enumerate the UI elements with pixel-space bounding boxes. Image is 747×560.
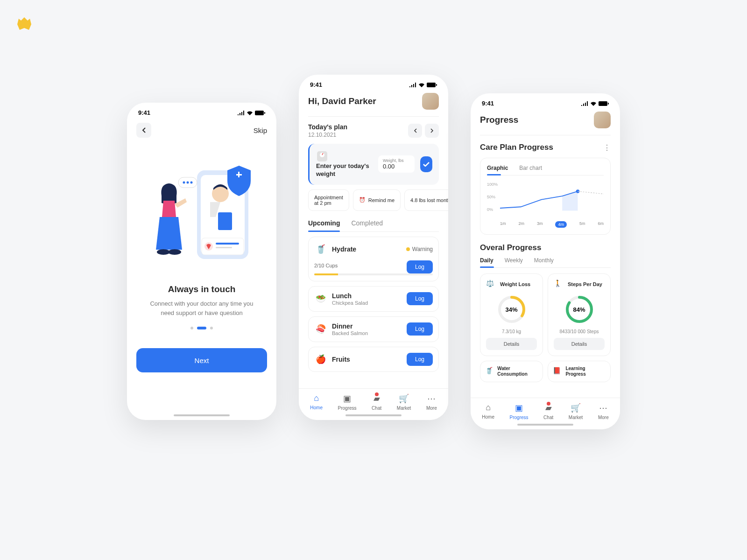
svg-rect-24	[599, 101, 607, 106]
scale-icon: ⚖️	[486, 280, 496, 290]
progress-text: 2/10 Cups	[314, 263, 338, 268]
nav-home[interactable]: ⌂Home	[482, 403, 494, 420]
progress-bar	[314, 273, 433, 275]
metric-water[interactable]: 🥤 Water Consumption	[480, 361, 543, 382]
svg-rect-8	[218, 212, 232, 230]
metric-weight-loss: ⚖️ Weight Loss 34% 7.3/10 kg Details	[480, 273, 543, 356]
skip-button[interactable]: Skip	[254, 126, 267, 134]
home-indicator	[174, 414, 230, 416]
fish-icon: 🍣	[314, 322, 327, 336]
back-button[interactable]	[136, 123, 151, 138]
tab-completed[interactable]: Completed	[351, 219, 383, 231]
prev-day-button[interactable]	[408, 124, 422, 138]
home-screen: 9:41 Hi, David Parker Today's plan 12.10…	[299, 75, 448, 420]
lost-chip: 4.8 lbs lost month	[404, 189, 448, 211]
task-card-lunch: 🥗 Lunch Chickpea Salad Log	[308, 286, 439, 312]
water-icon: 🥤	[485, 367, 493, 376]
home-indicator	[517, 424, 573, 426]
battery-icon	[427, 83, 437, 87]
period-tab-daily[interactable]: Daily	[480, 257, 493, 267]
weight-prompt: Enter your today's weight	[316, 162, 373, 178]
cart-icon: 🛒	[399, 393, 409, 404]
task-card-dinner: 🍣 Dinner Backed Salmon Log	[308, 316, 439, 342]
salad-icon: 🥗	[314, 292, 327, 305]
nav-progress[interactable]: ▣Progress	[510, 403, 529, 420]
nav-chat[interactable]: ▰Chat	[543, 403, 553, 420]
nav-progress[interactable]: ▣Progress	[338, 393, 357, 411]
svg-rect-18	[216, 243, 239, 245]
svg-rect-5	[238, 172, 240, 177]
more-icon: ⋯	[427, 393, 436, 404]
avatar[interactable]	[422, 93, 439, 110]
svg-rect-19	[216, 247, 232, 248]
status-bar: 9:41	[299, 75, 448, 91]
log-button[interactable]: Log	[407, 322, 433, 336]
tab-upcoming[interactable]: Upcoming	[308, 219, 340, 231]
svg-rect-0	[255, 111, 264, 115]
appointment-chip: Appointment at 2 pm	[308, 189, 349, 211]
nav-chat[interactable]: ▰Chat	[372, 393, 381, 411]
log-button[interactable]: Log	[407, 292, 433, 305]
status-bar: 9:41	[471, 93, 620, 110]
nav-more[interactable]: ⋯More	[598, 403, 609, 420]
weight-input-value: 0.00	[383, 163, 410, 170]
chevron-left-icon	[414, 128, 417, 133]
svg-rect-20	[427, 83, 436, 87]
home-icon: ⌂	[486, 403, 491, 413]
next-day-button[interactable]	[425, 124, 439, 138]
task-card-fruits: 🍎 Fruits Log	[308, 347, 439, 372]
status-bar: 9:41	[127, 103, 276, 119]
active-month[interactable]: 4m	[555, 221, 567, 228]
status-time: 9:41	[310, 81, 322, 88]
fruit-icon: 🍎	[314, 353, 327, 366]
chevron-right-icon	[430, 128, 434, 133]
overall-title: Overal Progress	[480, 243, 611, 252]
svg-rect-21	[436, 84, 437, 86]
page-indicator	[136, 327, 267, 329]
alarm-icon: ⏰	[359, 197, 366, 203]
weight-input[interactable]: Weight, lbs 0.00	[378, 155, 415, 173]
details-button[interactable]: Details	[486, 338, 537, 350]
home-indicator	[345, 414, 402, 416]
period-tab-weekly[interactable]: Weekly	[505, 257, 523, 267]
svg-rect-25	[608, 103, 609, 105]
remind-chip[interactable]: ⏰ Remind me	[353, 189, 401, 211]
chart-tab-graphic[interactable]: Graphic	[487, 165, 508, 175]
log-button[interactable]: Log	[407, 353, 433, 366]
signal-icon	[237, 111, 245, 115]
weight-input-label: Weight, lbs	[383, 158, 410, 163]
more-button[interactable]: ⋮	[603, 143, 611, 152]
home-icon: ⌂	[314, 393, 319, 403]
more-icon: ⋯	[599, 403, 607, 413]
svg-point-13	[183, 182, 185, 184]
nav-home[interactable]: ⌂Home	[310, 393, 323, 411]
svg-point-15	[190, 182, 193, 184]
signal-icon	[409, 83, 416, 87]
chart-icon: ▣	[515, 403, 523, 413]
metric-steps: 🚶 Steps Per Day 84% 8433/10 000 Steps De…	[548, 273, 611, 356]
wifi-icon	[418, 83, 425, 87]
status-time: 9:41	[482, 100, 494, 107]
book-icon: 📕	[553, 367, 562, 376]
wifi-icon	[590, 101, 597, 106]
period-tab-monthly[interactable]: Monthly	[534, 257, 554, 267]
chevron-left-icon	[142, 127, 146, 133]
greeting-text: Hi, David Parker	[308, 96, 376, 106]
walk-icon: 🚶	[554, 280, 564, 290]
battery-icon	[255, 111, 265, 115]
avatar[interactable]	[594, 112, 611, 128]
scale-icon	[316, 150, 328, 162]
plan-title: Today's plan	[308, 123, 347, 131]
next-button[interactable]: Next	[136, 348, 267, 372]
nav-market[interactable]: 🛒Market	[569, 403, 583, 420]
onboarding-illustration	[141, 152, 262, 273]
svg-point-14	[187, 182, 189, 184]
weight-entry-card: Enter your today's weight Weight, lbs 0.…	[308, 144, 439, 185]
confirm-weight-button[interactable]	[420, 156, 432, 172]
details-button[interactable]: Details	[554, 338, 605, 350]
metric-learning[interactable]: 📕 Learning Progress	[548, 361, 611, 382]
log-button[interactable]: Log	[407, 260, 433, 273]
nav-more[interactable]: ⋯More	[426, 393, 437, 411]
nav-market[interactable]: 🛒Market	[397, 393, 411, 411]
chart-tab-bar[interactable]: Bar chart	[519, 165, 542, 175]
